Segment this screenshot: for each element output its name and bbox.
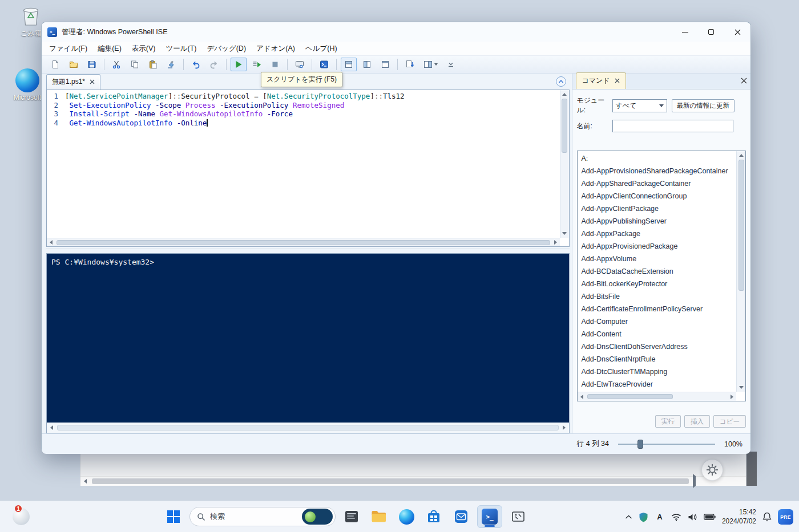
console-horizontal-scrollbar[interactable] bbox=[47, 423, 569, 433]
layout-top-bottom-button[interactable] bbox=[341, 58, 357, 71]
scroll-up-arrow[interactable] bbox=[562, 93, 567, 96]
toolbar-overflow-button[interactable] bbox=[443, 58, 459, 71]
menu-item-6[interactable]: ヘルプ(H) bbox=[300, 42, 342, 55]
run-script-button[interactable] bbox=[231, 58, 247, 71]
taskbar-app-store[interactable] bbox=[422, 505, 445, 528]
menu-item-1[interactable]: 編集(E) bbox=[92, 42, 127, 55]
command-list-item[interactable]: Add-AppxPackage bbox=[578, 228, 736, 240]
command-list-item[interactable]: Add-Content bbox=[578, 328, 736, 340]
start-button[interactable] bbox=[162, 505, 185, 528]
menu-item-4[interactable]: デバッグ(D) bbox=[202, 42, 252, 55]
search-box[interactable]: 検索 bbox=[189, 507, 336, 526]
list-horizontal-scrollbar[interactable] bbox=[578, 392, 736, 401]
scroll-down-arrow[interactable] bbox=[562, 232, 567, 235]
tray-chevron-button[interactable] bbox=[625, 515, 632, 519]
save-button[interactable] bbox=[84, 58, 100, 71]
clear-console-button[interactable] bbox=[163, 58, 179, 71]
console-pane[interactable]: PS C:¥Windows¥system32> bbox=[46, 253, 570, 433]
pre-badge[interactable]: PRE bbox=[778, 509, 793, 525]
command-list-item[interactable]: Add-BCDataCacheExtension bbox=[578, 265, 736, 278]
command-list-item[interactable]: Add-BitLockerKeyProtector bbox=[578, 278, 736, 290]
settings-gear-button[interactable] bbox=[701, 459, 723, 481]
scroll-thumb[interactable] bbox=[57, 425, 559, 431]
menu-item-5[interactable]: アドオン(A) bbox=[251, 42, 300, 55]
copy-command-button[interactable]: コピー bbox=[713, 415, 746, 428]
menu-item-3[interactable]: ツール(T) bbox=[160, 42, 201, 55]
scroll-left-arrow[interactable] bbox=[84, 479, 87, 484]
run-selection-button[interactable] bbox=[249, 58, 265, 71]
scroll-right-arrow[interactable] bbox=[731, 395, 733, 399]
command-list-item[interactable]: Add-DnsClientNrptRule bbox=[578, 353, 736, 366]
taskbar-app-edge[interactable] bbox=[395, 505, 418, 528]
scroll-down-arrow[interactable] bbox=[739, 386, 744, 389]
scroll-right-arrow[interactable] bbox=[693, 474, 696, 488]
command-list-item[interactable]: Add-AppSharedPackageContainer bbox=[578, 177, 736, 190]
security-shield-button[interactable] bbox=[639, 512, 648, 522]
minimize-button[interactable] bbox=[672, 22, 698, 42]
copy-button[interactable] bbox=[127, 58, 143, 71]
scroll-thumb[interactable] bbox=[57, 240, 550, 245]
background-window-scrollbar[interactable] bbox=[80, 476, 746, 486]
command-list[interactable]: A:Add-AppProvisionedSharedPackageContain… bbox=[577, 151, 746, 401]
run-command-button[interactable]: 実行 bbox=[655, 415, 681, 428]
command-list-item[interactable]: Add-AppvClientPackage bbox=[578, 202, 736, 215]
taskbar-app-explorer[interactable] bbox=[368, 505, 390, 528]
volume-button[interactable] bbox=[688, 513, 697, 521]
script-editor[interactable]: 1[Net.ServicePointManager]::SecurityProt… bbox=[46, 90, 570, 247]
layout-maximized-button[interactable] bbox=[377, 58, 393, 71]
console-button[interactable] bbox=[316, 58, 332, 71]
expand-script-pane-button[interactable] bbox=[556, 76, 566, 87]
list-vertical-scrollbar[interactable] bbox=[736, 151, 745, 392]
stop-button[interactable] bbox=[267, 58, 283, 71]
command-list-item[interactable]: Add-DtcClusterTMMapping bbox=[578, 366, 736, 378]
scroll-thumb[interactable] bbox=[739, 160, 744, 291]
notification-center-button[interactable] bbox=[762, 512, 772, 522]
command-list-item[interactable]: Add-AppProvisionedSharedPackageContainer bbox=[578, 165, 736, 177]
scroll-thumb[interactable] bbox=[562, 99, 567, 153]
command-list-item[interactable]: Add-AppxVolume bbox=[578, 253, 736, 265]
scroll-left-arrow[interactable] bbox=[580, 395, 583, 399]
commands-tab[interactable]: コマンド bbox=[576, 72, 626, 89]
scroll-up-arrow[interactable] bbox=[739, 154, 744, 157]
panel-close-button[interactable] bbox=[741, 78, 747, 84]
taskbar-app-mail[interactable] bbox=[450, 505, 473, 528]
search-highlight-capsule[interactable] bbox=[302, 509, 333, 525]
command-list-item[interactable]: Add-CertificateEnrollmentPolicyServer bbox=[578, 303, 736, 315]
cut-button[interactable] bbox=[108, 58, 124, 71]
editor-horizontal-scrollbar[interactable] bbox=[47, 238, 560, 246]
editor-vertical-scrollbar[interactable] bbox=[560, 90, 569, 238]
editor-tab[interactable]: 無題1.ps1* bbox=[46, 74, 100, 90]
layout-side-by-side-button[interactable] bbox=[359, 58, 375, 71]
pane-splitter[interactable] bbox=[46, 249, 570, 253]
zoom-slider[interactable] bbox=[618, 439, 715, 449]
refresh-button[interactable]: 最新の情報に更新 bbox=[672, 99, 735, 112]
network-button[interactable] bbox=[671, 513, 681, 521]
command-list-item[interactable]: Add-DnsClientDohServerAddress bbox=[578, 340, 736, 353]
command-list-item[interactable]: Add-AppvClientConnectionGroup bbox=[578, 190, 736, 202]
scroll-right-arrow[interactable] bbox=[554, 240, 557, 245]
menu-item-2[interactable]: 表示(V) bbox=[127, 42, 161, 55]
close-button[interactable] bbox=[724, 22, 750, 42]
zoom-slider-thumb[interactable] bbox=[637, 440, 643, 449]
command-list-item[interactable]: Add-AppvPublishingServer bbox=[578, 215, 736, 228]
widgets-button[interactable]: 1 bbox=[10, 506, 32, 527]
command-list-item[interactable]: Add-EtwTraceProvider bbox=[578, 378, 736, 391]
tab-close-icon[interactable] bbox=[615, 78, 620, 83]
new-remote-tab-button[interactable] bbox=[292, 58, 308, 71]
name-input[interactable] bbox=[612, 120, 733, 132]
undo-button[interactable] bbox=[188, 58, 204, 71]
redo-button[interactable] bbox=[206, 58, 222, 71]
clock[interactable]: 15:42 2024/07/02 bbox=[722, 508, 756, 526]
scroll-thumb[interactable] bbox=[587, 394, 673, 399]
command-list-item[interactable]: Add-Computer bbox=[578, 315, 736, 328]
scroll-right-arrow[interactable] bbox=[563, 425, 566, 430]
title-bar[interactable]: >_ 管理者: Windows PowerShell ISE bbox=[42, 22, 750, 42]
command-list-item[interactable]: Add-AppxProvisionedPackage bbox=[578, 240, 736, 253]
battery-button[interactable] bbox=[704, 514, 716, 520]
insert-command-button[interactable]: 挿入 bbox=[684, 415, 710, 428]
paste-button[interactable] bbox=[145, 58, 161, 71]
script-pane-toggle-button[interactable] bbox=[402, 58, 418, 71]
open-script-button[interactable] bbox=[66, 58, 82, 71]
tab-close-icon[interactable] bbox=[90, 79, 95, 84]
scroll-thumb[interactable] bbox=[92, 478, 689, 484]
